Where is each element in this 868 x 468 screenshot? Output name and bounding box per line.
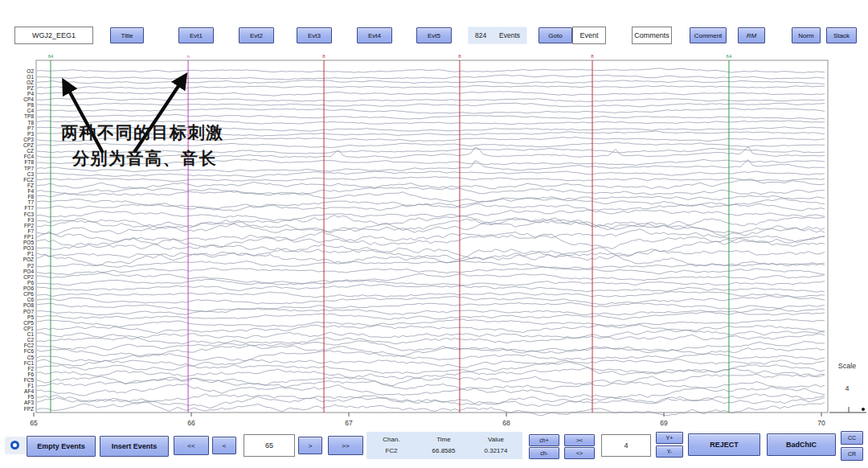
channel-label-PO4: PO4: [23, 269, 34, 274]
channel-label-FCZ: FCZ: [23, 177, 34, 183]
event-marker-label: 64: [727, 54, 732, 59]
channel-label-P5: P5: [27, 314, 34, 320]
event-marker-label: 8: [458, 54, 461, 59]
channel-label-FZ: FZ: [27, 183, 34, 188]
event-field[interactable]: Event: [572, 27, 606, 44]
eeg-trace-F6: [37, 367, 825, 379]
channel-label-T7: T7: [27, 199, 34, 205]
annotation-text-line1: 两种不同的目标刺激: [61, 121, 224, 144]
channel-label-P2: P2: [27, 263, 34, 269]
eeg-trace-F2: [37, 361, 825, 374]
event-marker-label: n: [186, 54, 189, 59]
readout-header-value: Value: [488, 436, 504, 443]
channel-label-AF4: AF4: [24, 388, 34, 394]
comment-button[interactable]: Comment: [690, 27, 727, 43]
channel-label-OZ: OZ: [27, 80, 34, 85]
scale-value: 4: [829, 384, 865, 392]
cr-button[interactable]: CR: [841, 447, 863, 461]
eeg-trace-P5: [37, 311, 825, 320]
norm-button[interactable]: Norm: [792, 27, 821, 43]
axis-tick-label: 66: [187, 419, 195, 427]
goto-button[interactable]: Goto: [538, 27, 572, 43]
eeg-trace-F4: [37, 187, 825, 195]
channel-label-FC4: FC4: [24, 154, 34, 159]
evt2-button[interactable]: Evt2: [239, 27, 274, 43]
eeg-trace-F5: [37, 394, 825, 405]
channel-plus-button[interactable]: ch+: [529, 434, 559, 446]
eeg-trace-FT7: [37, 203, 825, 211]
empty-events-button[interactable]: Empty Events: [27, 436, 96, 457]
channel-label-FC2: FC2: [24, 343, 34, 348]
eeg-trace-P8: [37, 103, 825, 107]
evt1-button[interactable]: Evt1: [178, 27, 214, 43]
channel-label-T8: T8: [27, 120, 34, 125]
page-number-field[interactable]: 65: [244, 434, 295, 457]
evt3-button[interactable]: Evt3: [297, 27, 332, 43]
channel-label-P3: P3: [27, 131, 34, 137]
eeg-trace-PZ: [37, 85, 825, 88]
channel-label-F7: F7: [27, 228, 34, 234]
eeg-trace-TP8: [37, 115, 825, 120]
readout-chan-value: FC2: [385, 447, 397, 454]
axis-tick-label: 67: [345, 419, 353, 427]
eeg-trace-C5: [37, 351, 825, 362]
window-size-field[interactable]: 4: [601, 434, 651, 457]
eeg-trace-P2: [37, 261, 825, 269]
eeg-trace-F7: [37, 220, 825, 236]
record-icon[interactable]: [10, 441, 19, 450]
eeg-trace-FP1: [37, 229, 825, 244]
eeg-plot-area[interactable]: 64n88864656667686970: [0, 0, 868, 468]
insert-events-button[interactable]: Insert Events: [100, 436, 169, 457]
comments-field[interactable]: Comments: [632, 27, 672, 44]
channel-label-CP1: CP1: [23, 326, 34, 331]
reject-button[interactable]: REJECT: [688, 433, 760, 456]
eeg-trace-FPZ: [37, 402, 825, 416]
window-narrow-button[interactable]: ><: [564, 434, 595, 446]
channel-label-PO7: PO7: [23, 309, 34, 314]
channel-minus-button[interactable]: ch-: [529, 447, 559, 459]
event-marker-label: 8: [322, 54, 326, 59]
channel-label-F1: F1: [27, 383, 34, 388]
axis-tick-label: 68: [502, 419, 510, 427]
event-count-panel: 824 Events: [468, 27, 527, 44]
eeg-trace-C1: [37, 330, 825, 339]
dataset-name-field[interactable]: WGJ2_EEG1: [14, 27, 93, 44]
channel-label-CP5: CP5: [23, 320, 34, 326]
y-scale-down-button[interactable]: Y-: [656, 445, 683, 458]
y-scale-up-button[interactable]: Y+: [656, 432, 683, 444]
event-count-label: Events: [499, 31, 520, 39]
scale-label: Scale: [829, 362, 865, 370]
page-ffwd-button[interactable]: >>: [328, 436, 363, 455]
title-button[interactable]: Title: [110, 27, 144, 43]
eeg-trace-PO8: [37, 302, 825, 312]
rm-button[interactable]: RM: [738, 27, 765, 43]
page-rewind-button[interactable]: <<: [174, 436, 209, 455]
channel-label-P6: P6: [27, 280, 34, 285]
channel-label-PO5: PO5: [23, 240, 34, 245]
eeg-trace-O2: [37, 68, 825, 73]
eeg-trace-P6: [37, 279, 825, 285]
channel-label-FPZ: FPZ: [24, 406, 34, 412]
annotation-text-line2: 分别为音高、音长: [72, 147, 217, 170]
evt5-button[interactable]: Evt5: [416, 27, 452, 43]
channel-label-P4: P4: [27, 91, 34, 96]
channel-label-TP7: TP7: [24, 166, 34, 171]
readout-header-chan: Chan.: [383, 436, 399, 443]
window-widen-button[interactable]: <>: [564, 447, 595, 459]
stack-button[interactable]: Stack: [826, 27, 857, 43]
channel-label-FT7: FT7: [24, 205, 34, 211]
page-forward-button[interactable]: >: [298, 437, 322, 454]
channel-label-column: O2O1OZPZP4CP4P8C4TP8T8P7P3CP3CPZCZFC4FT8…: [0, 0, 35, 468]
page-back-button[interactable]: <: [212, 437, 236, 454]
eeg-trace-F1: [37, 377, 825, 390]
axis-tick-label: 69: [660, 419, 668, 427]
channel-label-CZ: CZ: [27, 148, 34, 154]
channel-label-FC6: FC6: [24, 348, 34, 354]
eeg-trace-FC2: [37, 341, 825, 352]
evt4-button[interactable]: Evt4: [357, 27, 392, 43]
readout-time-value: 66.8585: [432, 447, 456, 454]
eeg-trace-CP4: [37, 98, 825, 101]
cc-button[interactable]: CC: [841, 431, 863, 445]
badchic-button[interactable]: BadChIC: [767, 433, 836, 456]
channel-label-P1: P1: [27, 251, 34, 257]
